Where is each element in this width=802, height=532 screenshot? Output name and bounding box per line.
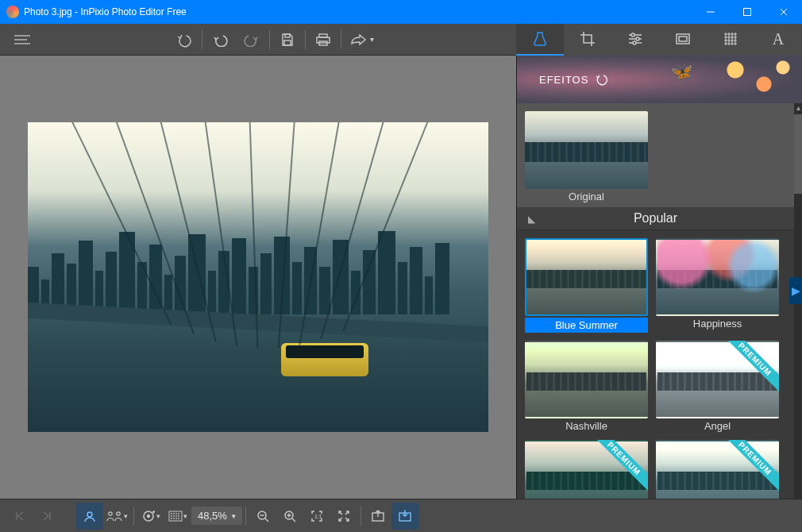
zoom-level[interactable]: 48,5% ▾ xyxy=(191,507,242,525)
grid-overlay-button[interactable]: ▾ xyxy=(164,503,191,530)
svg-point-37 xyxy=(174,518,175,519)
prev-photo-button[interactable] xyxy=(6,503,33,530)
svg-point-29 xyxy=(174,513,175,514)
undo-all-button[interactable] xyxy=(168,25,200,54)
redo-button[interactable] xyxy=(236,25,268,54)
effect-label: Happiness xyxy=(656,318,779,330)
zoom-out-button[interactable] xyxy=(249,503,276,530)
print-button[interactable] xyxy=(307,25,339,54)
effects-reset-icon[interactable] xyxy=(595,73,607,86)
next-photo-button[interactable] xyxy=(33,503,60,530)
effect-nashville[interactable]: Nashville xyxy=(525,341,648,432)
export-button[interactable] xyxy=(364,503,391,530)
svg-point-17 xyxy=(633,41,636,44)
rotate-button[interactable]: ▾ xyxy=(137,503,164,530)
effects-title: EFEITOS xyxy=(539,74,588,86)
svg-rect-7 xyxy=(285,34,290,37)
collapse-icon: ◣ xyxy=(528,214,535,225)
close-button[interactable] xyxy=(765,0,802,24)
effect-happiness[interactable]: Happiness xyxy=(656,238,779,333)
svg-rect-8 xyxy=(284,40,291,45)
effects-tab[interactable] xyxy=(516,24,564,56)
svg-rect-19 xyxy=(679,37,687,41)
zoom-in-button[interactable] xyxy=(276,503,303,530)
titlebar: Photo 3.jpg - InPixio Photo Editor Free xyxy=(0,0,802,24)
svg-point-31 xyxy=(179,513,179,514)
flowers-decoration xyxy=(707,56,802,103)
effect-label: Blue Summer xyxy=(525,318,648,333)
effect-label: Original xyxy=(525,191,648,202)
effects-panel: EFEITOS 🦋 Original ◣ Popular xyxy=(516,56,802,499)
svg-line-44 xyxy=(292,519,295,522)
bottom-toolbar: ▾ ▾ ▾ 48,5% ▾ 1:1 xyxy=(0,499,802,532)
effect-blue-summer[interactable]: Blue Summer xyxy=(525,238,648,333)
frame-tab[interactable] xyxy=(659,24,707,56)
svg-point-32 xyxy=(172,515,172,516)
svg-point-34 xyxy=(176,515,177,516)
svg-text:1:1: 1:1 xyxy=(314,514,322,519)
window-title: Photo 3.jpg - InPixio Photo Editor Free xyxy=(24,6,187,17)
top-toolbar: ▾ xyxy=(0,24,516,56)
svg-line-41 xyxy=(265,519,268,522)
zoom-value: 48,5% xyxy=(198,510,227,522)
svg-point-23 xyxy=(109,511,112,515)
svg-rect-1 xyxy=(744,9,751,16)
effect-premium-1[interactable]: PREMIUM xyxy=(525,440,648,499)
svg-point-28 xyxy=(172,513,172,514)
view-compare-button[interactable]: ▾ xyxy=(103,503,130,530)
menu-button[interactable] xyxy=(6,25,38,54)
main-photo xyxy=(28,122,488,432)
flyout-toggle[interactable]: ▶ xyxy=(789,277,802,304)
save-button[interactable] xyxy=(272,25,303,54)
fit-to-screen-button[interactable]: 1:1 xyxy=(303,503,330,530)
adjust-tab[interactable] xyxy=(611,24,659,56)
texture-tab[interactable] xyxy=(707,24,754,56)
svg-point-36 xyxy=(172,518,172,519)
svg-point-38 xyxy=(176,518,177,519)
effect-premium-2[interactable]: PREMIUM xyxy=(656,440,779,499)
svg-point-39 xyxy=(179,518,179,519)
butterfly-icon: 🦋 xyxy=(671,62,693,83)
svg-point-24 xyxy=(117,511,120,515)
effect-label: Nashville xyxy=(525,420,648,432)
effect-original[interactable]: Original xyxy=(525,111,648,202)
effects-grid: Blue Summer Happiness Nashville PREMIUM … xyxy=(517,230,794,499)
svg-point-33 xyxy=(174,515,175,516)
effects-group-title: Popular xyxy=(634,211,677,225)
effect-angel[interactable]: PREMIUM Angel xyxy=(656,341,779,432)
svg-point-15 xyxy=(636,37,639,40)
crop-tab[interactable] xyxy=(564,24,611,56)
undo-button[interactable] xyxy=(204,25,236,54)
effects-group-header[interactable]: ◣ Popular xyxy=(517,207,794,230)
import-button[interactable] xyxy=(391,503,418,530)
fullscreen-button[interactable] xyxy=(330,503,357,530)
app-logo-icon xyxy=(6,6,19,18)
svg-point-35 xyxy=(179,515,179,516)
original-row: Original xyxy=(517,103,794,207)
minimize-button[interactable] xyxy=(692,0,729,24)
mode-tabs: A xyxy=(516,24,802,56)
svg-point-30 xyxy=(176,513,177,514)
share-button[interactable]: ▾ xyxy=(343,25,380,54)
svg-point-13 xyxy=(631,33,634,37)
canvas-area[interactable] xyxy=(0,56,516,499)
effect-label: Angel xyxy=(656,420,779,432)
view-single-button[interactable] xyxy=(76,503,103,530)
text-tab[interactable]: A xyxy=(754,24,802,56)
maximize-button[interactable] xyxy=(729,0,765,24)
svg-point-22 xyxy=(87,512,92,517)
effects-header: EFEITOS 🦋 xyxy=(517,56,802,103)
svg-point-26 xyxy=(148,515,150,517)
